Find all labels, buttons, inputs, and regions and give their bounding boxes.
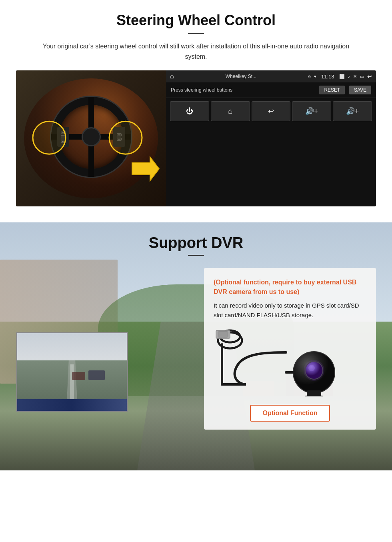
vol-up-button[interactable]: 🔊+ xyxy=(333,101,372,121)
steering-title: Steering Wheel Control xyxy=(16,12,376,29)
dvr-description: It can record video only to storage in G… xyxy=(214,301,366,320)
home-button[interactable]: ⌂ xyxy=(211,101,250,121)
screen-instruction-bar: Press steering wheel buttons RESET SAVE xyxy=(166,82,376,98)
wifi-icon: ▾ xyxy=(314,74,316,79)
camera-icon: ⬜ xyxy=(339,74,345,79)
svg-rect-4 xyxy=(218,332,228,337)
dvr-camera-svg xyxy=(214,328,366,396)
x-icon: ✕ xyxy=(353,74,357,79)
vol-down-button[interactable]: 🔊+ xyxy=(292,101,331,121)
steering-section: Steering Wheel Control Your original car… xyxy=(0,0,392,214)
power-button[interactable]: ⏻ xyxy=(170,101,209,121)
dvr-info-card: (Optional function, require to buy exter… xyxy=(204,268,376,430)
steering-wheel-photo: + − ↩ ○ + xyxy=(16,70,166,206)
steering-image-container: + − ↩ ○ + xyxy=(16,70,376,206)
svg-rect-9 xyxy=(307,390,321,396)
reset-button[interactable]: RESET xyxy=(319,86,345,94)
dvr-optional-text: (Optional function, require to buy exter… xyxy=(214,278,366,297)
back-icon: ↩ xyxy=(367,73,372,80)
svg-point-8 xyxy=(304,360,324,381)
app-name: Wheelkey St... xyxy=(177,74,305,79)
dvr-title: Support DVR xyxy=(16,234,376,252)
dvr-content: Support DVR xyxy=(0,222,392,442)
title-divider xyxy=(188,33,204,34)
volume-icon: ♪ xyxy=(348,74,350,79)
dvr-camera-illustration xyxy=(214,326,366,398)
optional-function-button[interactable]: Optional Function xyxy=(250,405,330,422)
screen-icon: ▭ xyxy=(360,74,364,79)
dvr-section: Support DVR xyxy=(0,222,392,470)
yellow-arrow xyxy=(128,155,160,184)
control-buttons-row: ⏻ ⌂ ↩ 🔊+ 🔊+ xyxy=(166,98,376,124)
back-button[interactable]: ↩ xyxy=(252,101,291,121)
instruction-text: Press steering wheel buttons xyxy=(171,87,232,93)
svg-rect-10 xyxy=(305,396,323,396)
usb-icon: ⎋ xyxy=(308,74,311,79)
dvr-thumbnail xyxy=(16,332,128,412)
svg-marker-0 xyxy=(132,157,159,181)
home-icon: ⌂ xyxy=(170,73,174,80)
dvr-divider xyxy=(188,255,204,256)
save-button[interactable]: SAVE xyxy=(349,86,371,94)
steering-description: Your original car’s steering wheel contr… xyxy=(40,41,352,62)
dvr-main-area: (Optional function, require to buy exter… xyxy=(16,268,376,430)
dvr-thumbnail-inner xyxy=(17,333,127,411)
screen-topbar: ⌂ Wheelkey St... ⎋ ▾ 11:13 ⬜ ♪ ✕ ▭ ↩ xyxy=(166,70,376,82)
steering-screen: ⌂ Wheelkey St... ⎋ ▾ 11:13 ⬜ ♪ ✕ ▭ ↩ Pre… xyxy=(166,70,376,206)
action-buttons: RESET SAVE xyxy=(317,86,371,94)
time-display: 11:13 xyxy=(321,74,334,80)
